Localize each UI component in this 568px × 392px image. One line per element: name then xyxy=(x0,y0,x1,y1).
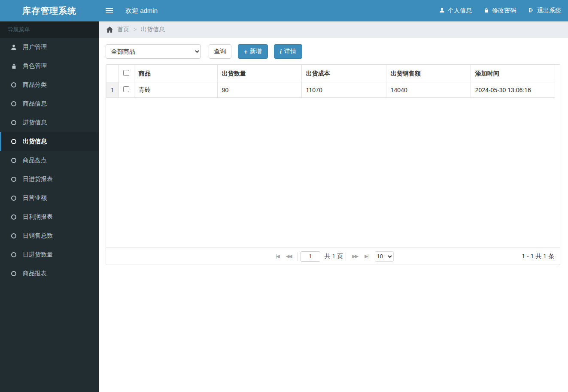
pagination-controls: |◀ ◀◀ 共 1 页 ▶▶ ▶| 10 xyxy=(272,247,393,265)
shipment-table: 商品 出货数量 出货成本 出货销售额 添加时间 1 青砖 90 11070 14… xyxy=(106,65,555,98)
cell-added-time: 2024-05-30 13:06:16 xyxy=(471,82,555,98)
next-page-icon[interactable]: ▶▶ xyxy=(349,253,361,259)
pager-divider xyxy=(346,252,346,261)
cell-sales: 14040 xyxy=(386,82,471,98)
sidebar: 库存管理系统 导航菜单 用户管理 角色管理 商品分类 商品信息 进货信息 xyxy=(0,0,99,392)
info-icon: i xyxy=(280,48,282,55)
sidebar-item-label: 角色管理 xyxy=(23,62,47,70)
sidebar-item-label: 商品盘点 xyxy=(23,157,47,164)
circle-icon xyxy=(10,177,18,182)
sidebar-nav: 用户管理 角色管理 商品分类 商品信息 进货信息 出货信息 商品盘点 xyxy=(0,38,99,283)
sidebar-item-label: 日利润报表 xyxy=(23,213,53,221)
sidebar-item-shipment-info[interactable]: 出货信息 xyxy=(0,132,99,151)
sidebar-item-label: 商品报表 xyxy=(23,270,47,277)
sidebar-item-daily-purchase-report[interactable]: 日进货报表 xyxy=(0,170,99,189)
nav-menu-label: 导航菜单 xyxy=(0,21,99,38)
sidebar-item-daily-revenue[interactable]: 日营业额 xyxy=(0,189,99,208)
search-button-label: 查询 xyxy=(214,48,226,55)
col-header-qty: 出货数量 xyxy=(217,65,301,82)
sidebar-item-daily-sales-total[interactable]: 日销售总数 xyxy=(0,226,99,245)
table-row[interactable]: 1 青砖 90 11070 14040 2024-05-30 13:06:16 xyxy=(106,82,555,98)
page-number-input[interactable] xyxy=(301,251,320,262)
select-all-cell xyxy=(118,65,134,82)
row-index: 1 xyxy=(106,82,119,98)
col-header-cost: 出货成本 xyxy=(301,65,386,82)
profile-menu-item[interactable]: 个人信息 xyxy=(439,7,472,15)
col-header-added-time: 添加时间 xyxy=(471,65,555,82)
circle-icon xyxy=(10,233,18,238)
user-icon xyxy=(439,7,445,14)
main-content: 全部商品 查询 + 新增 i 详情 商 xyxy=(99,38,568,392)
breadcrumb-home[interactable]: 首页 xyxy=(117,26,129,33)
col-header-sales: 出货销售额 xyxy=(386,65,471,82)
breadcrumb-current: 出货信息 xyxy=(141,26,165,33)
select-all-checkbox[interactable] xyxy=(123,70,129,76)
home-icon xyxy=(106,27,113,33)
sidebar-item-label: 出货信息 xyxy=(23,138,47,145)
product-filter-select[interactable]: 全部商品 xyxy=(106,44,201,59)
profile-label: 个人信息 xyxy=(448,7,472,15)
role-lock-icon xyxy=(10,63,18,69)
user-icon xyxy=(10,44,18,50)
total-pages-label: 共 1 页 xyxy=(325,253,343,260)
sidebar-item-label: 日销售总数 xyxy=(23,232,53,240)
cell-product: 青砖 xyxy=(134,82,217,98)
circle-icon xyxy=(10,214,18,220)
sidebar-item-label: 进货信息 xyxy=(23,119,47,127)
sidebar-item-label: 商品分类 xyxy=(23,81,47,89)
row-checkbox[interactable] xyxy=(123,86,129,92)
circle-icon xyxy=(10,252,18,257)
circle-icon xyxy=(10,139,18,144)
toolbar: 全部商品 查询 + 新增 i 详情 xyxy=(106,44,560,59)
breadcrumb-separator: > xyxy=(134,27,137,33)
circle-icon xyxy=(10,158,18,163)
sidebar-item-inventory-check[interactable]: 商品盘点 xyxy=(0,151,99,170)
sidebar-item-label: 日进货报表 xyxy=(23,175,53,183)
add-button[interactable]: + 新增 xyxy=(238,44,268,59)
sidebar-item-product-info[interactable]: 商品信息 xyxy=(0,94,99,113)
app-title: 库存管理系统 xyxy=(0,0,99,21)
plus-icon: + xyxy=(244,48,248,55)
detail-button[interactable]: i 详情 xyxy=(274,44,302,59)
logout-menu-item[interactable]: 退出系统 xyxy=(528,7,561,15)
sidebar-item-daily-profit-report[interactable]: 日利润报表 xyxy=(0,208,99,226)
lock-icon xyxy=(484,7,489,14)
circle-icon xyxy=(10,82,18,87)
sidebar-item-purchase-info[interactable]: 进货信息 xyxy=(0,113,99,132)
circle-icon xyxy=(10,196,18,201)
sidebar-item-daily-purchase-qty[interactable]: 日进货数量 xyxy=(0,245,99,264)
change-password-menu-item[interactable]: 修改密码 xyxy=(484,7,516,15)
sidebar-item-product-category[interactable]: 商品分类 xyxy=(0,75,99,94)
circle-icon xyxy=(10,271,18,276)
sidebar-item-users[interactable]: 用户管理 xyxy=(0,38,99,57)
sidebar-item-label: 日营业额 xyxy=(23,194,47,202)
add-button-label: 新增 xyxy=(250,48,262,55)
last-page-icon[interactable]: ▶| xyxy=(361,253,371,259)
data-grid-panel: 商品 出货数量 出货成本 出货销售额 添加时间 1 青砖 90 11070 14… xyxy=(106,64,560,265)
detail-button-label: 详情 xyxy=(284,48,296,55)
col-header-product: 商品 xyxy=(134,65,217,82)
sidebar-item-label: 商品信息 xyxy=(23,100,47,108)
pagination-bar: |◀ ◀◀ 共 1 页 ▶▶ ▶| 10 1 - 1 共 1 条 xyxy=(106,247,560,265)
first-page-icon[interactable]: |◀ xyxy=(272,253,282,259)
search-button[interactable]: 查询 xyxy=(209,44,231,59)
sidebar-item-product-report[interactable]: 商品报表 xyxy=(0,264,99,283)
breadcrumb: 首页 > 出货信息 xyxy=(99,21,568,38)
sidebar-item-label: 日进货数量 xyxy=(23,251,53,259)
sidebar-item-roles[interactable]: 角色管理 xyxy=(0,57,99,75)
table-header-row: 商品 出货数量 出货成本 出货销售额 添加时间 xyxy=(106,65,555,82)
row-select-cell xyxy=(118,82,134,98)
grid-empty-area xyxy=(106,98,560,247)
circle-icon xyxy=(10,101,18,106)
cell-qty: 90 xyxy=(217,82,301,98)
sidebar-item-label: 用户管理 xyxy=(23,43,47,51)
prev-page-icon[interactable]: ◀◀ xyxy=(282,253,295,259)
change-password-label: 修改密码 xyxy=(492,7,516,15)
topbar: 欢迎 admin 个人信息 修改密码 退出系统 xyxy=(99,0,568,21)
page-size-select[interactable]: 10 xyxy=(375,251,394,262)
topbar-menu: 个人信息 修改密码 退出系统 xyxy=(427,7,568,15)
logout-label: 退出系统 xyxy=(537,7,561,15)
index-header-cell xyxy=(106,65,119,82)
sidebar-toggle-button[interactable] xyxy=(99,0,119,21)
record-range-label: 1 - 1 共 1 条 xyxy=(522,247,554,265)
